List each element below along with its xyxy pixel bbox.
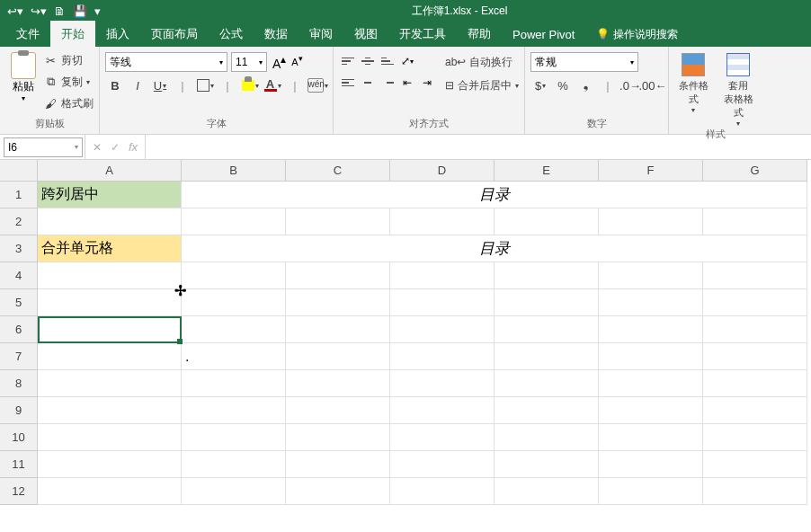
fx-icon[interactable]: fx [129,140,138,154]
cell[interactable] [286,262,390,289]
row-header[interactable]: 1 [0,182,38,208]
cell[interactable] [703,316,807,343]
column-header[interactable]: A [38,160,182,182]
cell[interactable] [286,370,390,397]
cell[interactable] [599,370,703,397]
row-header[interactable]: 4 [0,262,38,289]
cell[interactable] [38,397,182,424]
row-header[interactable]: 5 [0,289,38,316]
undo-icon[interactable]: ↩▾ [7,4,23,18]
cell[interactable] [599,262,703,289]
align-left-button[interactable] [339,74,357,92]
tab-file[interactable]: 文件 [5,21,50,48]
cell[interactable] [599,343,703,370]
cell[interactable] [495,289,599,316]
column-header[interactable]: B [182,160,286,182]
cell[interactable] [599,289,703,316]
cell[interactable] [38,424,182,451]
align-middle-button[interactable] [359,52,377,70]
cell[interactable] [38,208,182,235]
column-header[interactable]: E [495,160,599,182]
cell[interactable] [495,424,599,451]
cell[interactable] [599,424,703,451]
redo-icon[interactable]: ↪▾ [31,4,47,18]
select-all-corner[interactable] [0,160,38,182]
bold-button[interactable]: B [105,75,125,95]
tab-review[interactable]: 审阅 [299,21,343,48]
tab-developer[interactable]: 开发工具 [388,21,457,48]
cell[interactable] [495,316,599,343]
font-size-select[interactable]: 11▾ [231,52,267,72]
merge-center-button[interactable]: ⊟合并后居中▾ [445,75,519,95]
cell[interactable] [495,370,599,397]
cell[interactable]: . [182,343,286,370]
cell-merged[interactable]: 目录 [182,235,807,262]
italic-button[interactable]: I [128,75,147,95]
percent-format-button[interactable]: % [553,75,573,95]
align-top-button[interactable] [339,52,357,70]
cell[interactable] [495,262,599,289]
border-button[interactable]: ▾ [195,75,215,95]
cell[interactable] [495,478,599,505]
cell[interactable] [390,343,495,370]
name-box[interactable]: I6▾ [4,137,83,157]
tab-data[interactable]: 数据 [254,21,299,48]
cell[interactable] [182,451,286,478]
cell[interactable] [390,289,495,316]
cell[interactable] [38,370,182,397]
column-header[interactable]: D [390,160,495,182]
increase-indent-button[interactable]: ⇥ [418,74,436,92]
cell[interactable] [703,343,807,370]
tab-insert[interactable]: 插入 [95,21,140,48]
cancel-icon[interactable]: ✕ [93,141,102,154]
decrease-indent-button[interactable]: ⇤ [398,74,416,92]
cell[interactable] [495,397,599,424]
cell[interactable] [599,208,703,235]
cell[interactable] [703,397,807,424]
cell[interactable] [703,262,807,289]
font-color-button[interactable]: A▾ [263,75,282,95]
row-header[interactable]: 12 [0,478,38,505]
cell[interactable] [599,451,703,478]
cell[interactable] [703,424,807,451]
cell[interactable] [286,343,390,370]
cell[interactable] [599,397,703,424]
cell[interactable] [182,289,286,316]
orientation-button[interactable]: ⤢▾ [398,52,416,70]
wrap-text-button[interactable]: ab↩自动换行 [445,52,519,72]
cell[interactable] [38,451,182,478]
cell[interactable] [286,208,390,235]
row-header[interactable]: 7 [0,343,38,370]
conditional-format-button[interactable]: 条件格式▾ [674,52,712,114]
cell[interactable] [182,316,286,343]
cut-button[interactable]: ✂剪切 [43,50,94,70]
tab-page-layout[interactable]: 页面布局 [140,21,209,48]
cell[interactable] [703,208,807,235]
cell[interactable] [286,316,390,343]
cell[interactable] [38,343,182,370]
cell[interactable] [286,397,390,424]
format-painter-button[interactable]: 🖌格式刷 [43,93,94,113]
cell[interactable] [390,397,495,424]
cell[interactable] [182,208,286,235]
qat-dropdown-icon[interactable]: ▾ [94,4,101,18]
cell[interactable] [182,478,286,505]
cell[interactable] [390,316,495,343]
cell[interactable] [703,451,807,478]
tab-help[interactable]: 帮助 [457,21,502,48]
row-header[interactable]: 9 [0,397,38,424]
number-format-select[interactable]: 常规▾ [530,52,638,72]
paste-button[interactable]: 粘贴 ▾ [5,49,41,102]
cell[interactable] [599,316,703,343]
cell[interactable] [390,451,495,478]
underline-button[interactable]: U▾ [150,75,170,95]
cell[interactable] [38,289,182,316]
tell-me-search[interactable]: 💡 操作说明搜索 [596,27,678,42]
accounting-format-button[interactable]: $▾ [530,75,550,95]
cell[interactable] [703,370,807,397]
increase-decimal-button[interactable]: .0→ [620,75,640,95]
cell[interactable]: 跨列居中 [38,182,182,208]
comma-format-button[interactable]: ❟ [575,75,595,95]
decrease-decimal-button[interactable]: .00← [643,75,663,95]
cell[interactable] [390,424,495,451]
